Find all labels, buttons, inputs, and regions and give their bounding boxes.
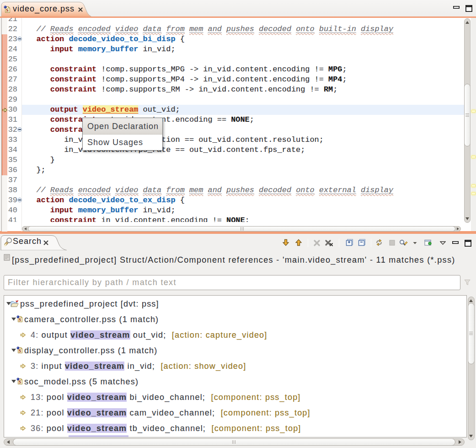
svg-text:S: S bbox=[19, 380, 21, 384]
svg-text:S: S bbox=[19, 349, 21, 353]
svg-text:S: S bbox=[19, 318, 21, 322]
svg-text:S: S bbox=[6, 8, 9, 13]
